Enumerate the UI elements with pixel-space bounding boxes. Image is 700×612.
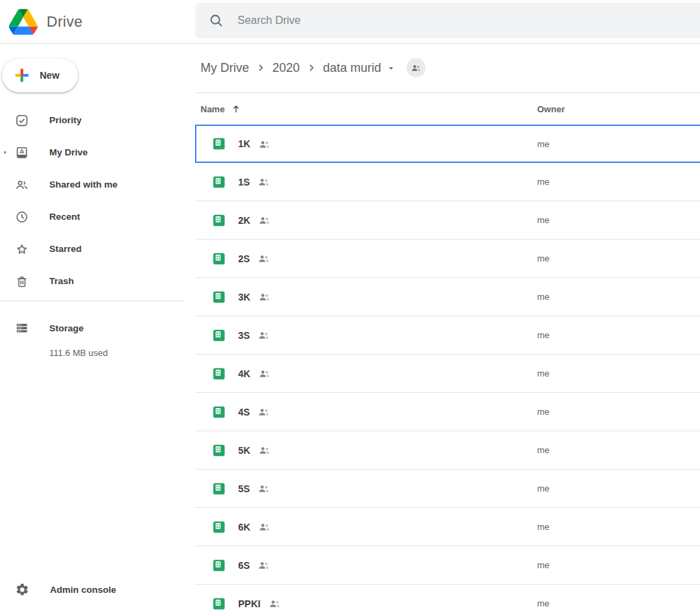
file-row-1k[interactable]: 1Kme — [195, 125, 700, 163]
multicolor-plus-icon — [14, 67, 30, 84]
sidebar-item-admin-console[interactable]: Admin console — [0, 577, 195, 602]
file-row-2k[interactable]: 2Kme — [195, 201, 700, 240]
breadcrumb-current-folder[interactable]: data murid — [323, 61, 381, 75]
file-name-cell: 6K — [200, 520, 537, 534]
sheets-icon — [212, 137, 226, 151]
sidebar-item-shared-with-me[interactable]: Shared with me — [0, 168, 195, 201]
search-icon[interactable] — [209, 13, 224, 28]
file-row-6s[interactable]: 6Sme — [195, 546, 700, 585]
file-name-cell: 2K — [200, 214, 537, 227]
breadcrumb-2020[interactable]: 2020 — [272, 61, 300, 75]
priority-icon — [15, 114, 29, 127]
file-name-cell: 3K — [200, 290, 537, 304]
file-name-cell: 1S — [200, 175, 537, 189]
sidebar-item-recent[interactable]: Recent — [0, 201, 195, 233]
file-row-2s[interactable]: 2Sme — [195, 240, 700, 278]
app-header: Drive — [0, 0, 700, 44]
shared-with-me-icon — [15, 178, 29, 192]
file-name: 1K — [238, 138, 250, 149]
chevron-right-icon — [255, 62, 267, 74]
people-icon — [257, 482, 270, 495]
people-icon — [268, 597, 281, 610]
file-owner: me — [537, 598, 700, 609]
file-name: 4S — [238, 407, 250, 418]
search-bar[interactable] — [195, 3, 700, 38]
file-owner: me — [537, 139, 700, 149]
chevron-down-icon[interactable] — [386, 63, 396, 73]
file-row-5s[interactable]: 5Sme — [195, 470, 700, 508]
file-list-header: Name Owner — [195, 93, 700, 125]
people-icon — [258, 520, 271, 533]
file-owner: me — [537, 368, 700, 379]
file-name: 5S — [238, 483, 250, 494]
file-row-4k[interactable]: 4Kme — [195, 355, 700, 393]
sheets-icon — [212, 482, 226, 496]
sidebar-item-starred[interactable]: Starred — [0, 233, 195, 265]
people-icon — [258, 138, 271, 151]
file-row-3s[interactable]: 3Sme — [195, 316, 700, 355]
recent-icon — [15, 210, 29, 224]
sheets-icon — [212, 444, 226, 457]
file-name-cell: 3S — [200, 329, 537, 342]
file-row-4s[interactable]: 4Sme — [195, 393, 700, 431]
people-icon — [257, 252, 270, 265]
sidebar-item-my-drive[interactable]: My Drive — [0, 136, 195, 168]
people-icon — [257, 559, 270, 572]
file-list: 1Kme1Sme2Kme2Sme3Kme3Sme4Kme4Sme5Kme5Sme… — [195, 125, 700, 612]
file-name: 2S — [238, 253, 250, 264]
sidebar-item-trash[interactable]: Trash — [0, 265, 195, 297]
sheets-icon — [212, 597, 226, 611]
column-header-name[interactable]: Name — [200, 103, 537, 114]
file-name-cell: PPKI — [200, 597, 537, 611]
file-name: 1S — [238, 177, 250, 188]
trash-icon — [15, 275, 29, 288]
file-name-cell: 1K — [200, 137, 537, 151]
column-header-owner[interactable]: Owner — [537, 104, 700, 114]
search-input[interactable] — [236, 14, 700, 27]
sidebar: New PriorityMy DriveShared with meRecent… — [0, 43, 195, 612]
file-row-6k[interactable]: 6Kme — [195, 508, 700, 546]
drive-home-link[interactable]: Drive — [0, 0, 195, 43]
file-name: 5K — [238, 445, 250, 456]
file-row-3k[interactable]: 3Kme — [195, 278, 700, 316]
sheets-icon — [212, 329, 226, 342]
file-owner: me — [537, 560, 700, 570]
people-icon — [411, 62, 422, 73]
sidebar-item-storage[interactable]: Storage — [0, 311, 195, 345]
expand-arrow-icon[interactable] — [2, 149, 8, 156]
sheets-icon — [212, 559, 226, 572]
file-name-cell: 5K — [200, 444, 537, 457]
file-owner: me — [537, 330, 700, 340]
people-icon — [258, 214, 271, 227]
file-row-5k[interactable]: 5Kme — [195, 431, 700, 470]
sheets-icon — [212, 367, 226, 381]
people-icon — [257, 175, 270, 188]
file-owner: me — [537, 177, 700, 187]
file-owner: me — [537, 407, 700, 417]
sort-ascending-arrow-icon[interactable] — [231, 103, 242, 114]
people-icon — [257, 329, 270, 342]
sidebar-item-label: Priority — [49, 115, 81, 125]
sidebar-nav: PriorityMy DriveShared with meRecentStar… — [0, 104, 195, 297]
file-row-ppki[interactable]: PPKIme — [195, 585, 700, 612]
file-owner: me — [537, 445, 700, 455]
file-owner: me — [537, 253, 700, 264]
sheets-icon — [212, 214, 226, 227]
sidebar-item-label: My Drive — [49, 147, 88, 157]
sidebar-item-label: Recent — [49, 212, 80, 222]
new-button[interactable]: New — [2, 58, 78, 92]
file-row-1s[interactable]: 1Sme — [195, 163, 700, 201]
people-icon — [258, 367, 271, 380]
people-icon — [258, 290, 271, 303]
folder-shared-badge[interactable] — [406, 58, 426, 77]
breadcrumb-my-drive[interactable]: My Drive — [200, 61, 249, 75]
file-name-cell: 4K — [200, 367, 537, 381]
chevron-right-icon — [305, 62, 317, 74]
sidebar-item-priority[interactable]: Priority — [0, 104, 195, 136]
file-name: 6K — [238, 522, 250, 533]
storage-label: Storage — [49, 323, 83, 333]
starred-icon — [15, 242, 29, 256]
name-column-label: Name — [200, 104, 224, 114]
people-icon — [257, 405, 270, 418]
file-name: 4K — [238, 368, 250, 379]
